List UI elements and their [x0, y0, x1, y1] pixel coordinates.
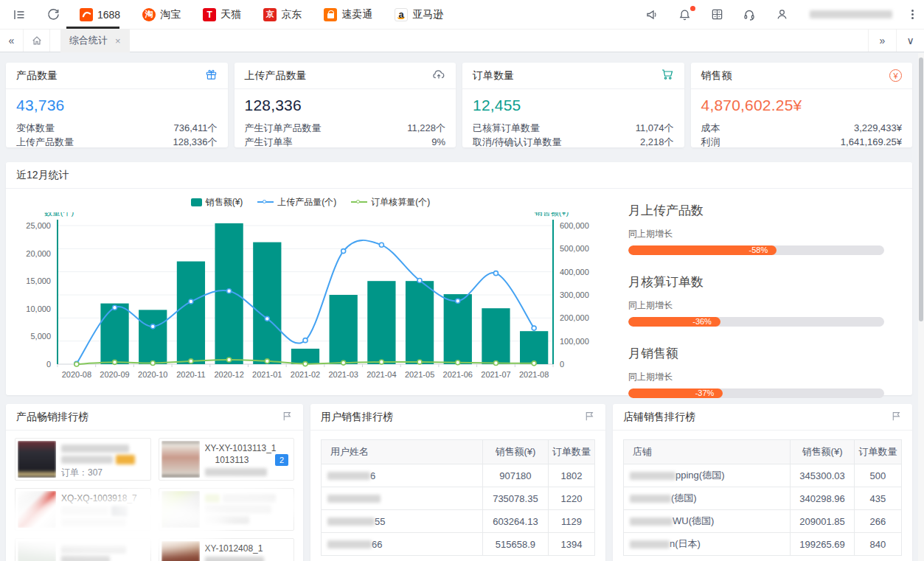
- stat-value: 4,870,602.25¥: [701, 97, 903, 114]
- svg-text:600,000: 600,000: [560, 221, 589, 230]
- sales-value: 603264.13: [482, 510, 548, 533]
- marketplace-tab-aliexpress[interactable]: 速卖通: [324, 0, 372, 29]
- sidebar-collapse-icon[interactable]: [12, 7, 27, 22]
- product-sku: XQ-XQ-1003918_7: [61, 492, 146, 504]
- shop-name-suffix: pping(德国): [675, 469, 724, 482]
- stat-value: 12,455: [473, 97, 674, 114]
- column-header: 订单数量: [854, 440, 901, 464]
- user-icon[interactable]: [774, 7, 789, 22]
- flag-icon[interactable]: [282, 411, 293, 424]
- sales-value: 735078.35: [482, 487, 548, 510]
- page-scrollbar-thumb[interactable]: [919, 58, 923, 321]
- refresh-icon[interactable]: [46, 7, 60, 22]
- orders-value: 1220: [548, 487, 594, 510]
- 1688-icon: [80, 8, 93, 21]
- redacted-name: [630, 472, 675, 480]
- legend-item-0[interactable]: 销售额(¥): [191, 196, 243, 209]
- product-card[interactable]: [159, 488, 295, 531]
- svg-text:2020-10: 2020-10: [138, 370, 167, 379]
- apps-grid-icon[interactable]: [709, 7, 724, 22]
- product-image: [161, 441, 200, 478]
- svg-text:10,000: 10,000: [26, 304, 51, 313]
- svg-text:0: 0: [560, 360, 564, 369]
- tabs-dropdown-icon[interactable]: ∨: [896, 29, 924, 52]
- stat-row-value: 9%: [431, 135, 445, 149]
- taobao-icon: 淘: [142, 8, 156, 21]
- product-rank-panel: 产品畅销排行榜 订单：307 XY-XY-1013: [6, 404, 303, 561]
- svg-text:销售额(¥): 销售额(¥): [534, 212, 569, 217]
- panel-title: 近12月统计: [16, 169, 69, 182]
- user-rank-table: 用户姓名 销售额(¥) 订单数量 6 907180 1802 735078.35…: [321, 439, 595, 556]
- tab-close-icon[interactable]: ×: [115, 35, 121, 46]
- svg-text:2021-04: 2021-04: [367, 370, 396, 379]
- stat-cards-row: 产品数量 43,736 变体数量736,411个 上传产品数量128,336个 …: [6, 63, 912, 147]
- stat-row-value: 2,218个: [640, 135, 674, 149]
- tmall-icon: T: [203, 8, 216, 21]
- orders-value: 266: [854, 510, 901, 533]
- redacted-badge: [116, 455, 135, 464]
- marketplace-tab-jd[interactable]: 京 京东: [263, 0, 302, 29]
- tab-comprehensive-statistics[interactable]: 综合统计 ×: [60, 29, 130, 52]
- orders-value: 1802: [548, 464, 594, 487]
- svg-text:2021-03: 2021-03: [329, 370, 358, 379]
- redacted-badge: [111, 506, 128, 516]
- legend-item-1[interactable]: 上传产品量(个): [257, 196, 336, 209]
- svg-text:2021-02: 2021-02: [291, 370, 320, 379]
- column-header: 店铺: [624, 440, 791, 464]
- orders-value: 840: [854, 533, 901, 556]
- flag-icon[interactable]: [891, 411, 902, 424]
- product-card[interactable]: XY-1012408_1: [159, 538, 295, 561]
- notification-dot: [690, 6, 695, 11]
- marketplace-label: 天猫: [220, 8, 241, 21]
- table-row: n(日本) 199265.69 840: [624, 533, 902, 556]
- shop-name-suffix: n(日本): [670, 537, 701, 551]
- sales-value: 199265.69: [791, 533, 855, 556]
- marketplace-label: 1688: [97, 9, 120, 21]
- sales-value: 345300.03: [791, 464, 855, 487]
- stat-row-label: 上传产品数量: [16, 135, 74, 149]
- legend-item-2[interactable]: 订单核算量(个): [351, 196, 430, 209]
- svg-text:2021-06: 2021-06: [443, 370, 473, 379]
- notifications-bell-icon[interactable]: [677, 7, 692, 22]
- marketplace-tab-taobao[interactable]: 淘 淘宝: [142, 0, 181, 29]
- svg-text:20,000: 20,000: [26, 249, 51, 258]
- chart-legend: 销售额(¥)上传产品量(个)订单核算量(个): [9, 192, 612, 212]
- tabs-scroll-right-icon[interactable]: »: [868, 29, 896, 52]
- growth-monthly-sales: 月销售额 同上期增长 -37%: [628, 345, 884, 398]
- redacted-text: [61, 456, 113, 464]
- shop-rank-table: 店铺 销售额(¥) 订单数量 pping(德国) 345300.03 500 (…: [623, 439, 902, 556]
- marketplace-tab-tmall[interactable]: T 天猫: [203, 0, 241, 29]
- stat-row-label: 取消/待确认订单数量: [473, 135, 562, 149]
- home-icon[interactable]: [24, 29, 50, 52]
- redacted-text: [61, 555, 110, 561]
- tabs-scroll-left-icon[interactable]: «: [0, 29, 24, 52]
- redacted-text: [223, 495, 276, 503]
- amazon-icon: a: [395, 8, 408, 21]
- product-card[interactable]: [15, 538, 151, 561]
- page-scrollbar-track[interactable]: [918, 53, 924, 561]
- product-card[interactable]: XQ-XQ-1003918_7: [15, 488, 151, 531]
- product-image: [18, 491, 56, 528]
- more-options-icon[interactable]: [911, 10, 914, 19]
- panel-title: 用户销售排行榜: [321, 411, 393, 424]
- progress-bar: -36%: [628, 317, 884, 327]
- announcement-icon[interactable]: [645, 7, 659, 22]
- redacted-name: [327, 518, 375, 526]
- panel-title: 产品畅销排行榜: [16, 411, 88, 424]
- ranking-panels-row: 产品畅销排行榜 订单：307 XY-XY-1013: [6, 404, 912, 561]
- product-card[interactable]: XY-XY-1013113_1 1013113 2: [159, 438, 295, 481]
- product-card[interactable]: 订单：307: [15, 438, 151, 481]
- svg-text:数量(个): 数量(个): [44, 212, 74, 217]
- support-headset-icon[interactable]: [742, 7, 757, 22]
- redacted-text: [61, 518, 126, 526]
- stat-card-title: 产品数量: [16, 69, 58, 83]
- orders-value: 1394: [548, 533, 594, 556]
- flag-icon[interactable]: [584, 411, 595, 424]
- table-row: 6 907180 1802: [322, 464, 595, 487]
- redacted-name: [630, 540, 670, 548]
- column-header: 用户姓名: [322, 440, 483, 464]
- marketplace-tab-amazon[interactable]: a 亚马逊: [395, 0, 443, 29]
- marketplace-tab-1688[interactable]: 1688: [80, 0, 120, 29]
- shop-name-suffix: (德国): [671, 492, 697, 505]
- stat-row-value: 736,411个: [173, 121, 217, 135]
